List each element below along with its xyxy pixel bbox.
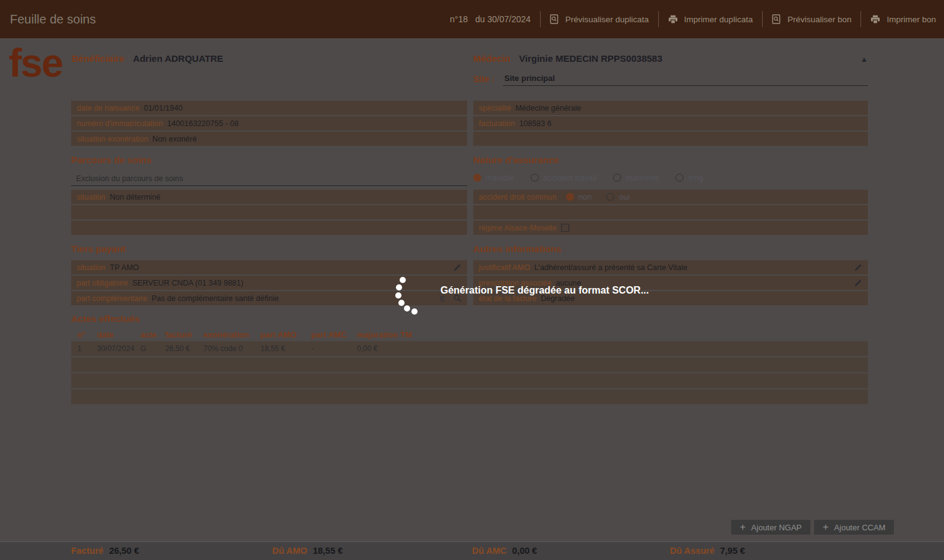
regime-checkbox[interactable] — [561, 224, 569, 232]
spinner-dot — [398, 300, 405, 306]
topbar: Feuille de soins n°18 du 30/07/2024 Prév… — [0, 0, 944, 38]
total-value: 7,95 € — [720, 546, 745, 556]
field-value: Non déterminé — [110, 193, 161, 202]
page-title: Feuille de soins — [10, 12, 96, 27]
field-label: date de naissance — [77, 104, 139, 112]
preview-icon — [550, 14, 559, 24]
part-complementaire-row: part complémentaire Pas de complémentair… — [71, 291, 467, 305]
total-value: 0,00 € — [512, 546, 537, 556]
spinner-dot — [395, 292, 401, 299]
radio-non[interactable]: non — [566, 192, 592, 202]
radio-oui[interactable]: oui — [606, 192, 629, 202]
field-label: facturation — [479, 119, 515, 128]
printer-icon — [668, 15, 678, 24]
edit-icon[interactable] — [854, 263, 862, 271]
add-ccam-button[interactable]: + Ajouter CCAM — [814, 520, 894, 535]
add-buttons: + Ajouter NGAP + Ajouter CCAM — [731, 520, 894, 535]
nature-radios: maladie accident travail maternité smg — [473, 173, 868, 182]
empty-row — [71, 221, 467, 235]
empty-row — [473, 132, 868, 146]
preview-duplicata-button[interactable]: Prévisualiser duplicata — [550, 14, 649, 24]
field-label: justificatif AMO — [479, 263, 530, 272]
divider — [658, 11, 659, 27]
table-row[interactable]: 1 30/07/2024 G 26,50 € 70% code 0 18,55 … — [71, 341, 868, 356]
empty-table-row — [71, 357, 868, 372]
add-ngap-button[interactable]: + Ajouter NGAP — [731, 520, 810, 535]
field-value: Médecine générale — [515, 104, 581, 112]
radio-accident-travail[interactable]: accident travail — [531, 173, 597, 182]
field-row: numéro d'immatriculation 1400163220755 -… — [71, 116, 467, 130]
preview-bon-button[interactable]: Prévisualiser bon — [772, 14, 852, 24]
medecin-header: Médecin Virginie MEDECIN RPPS0038583 ▲ — [473, 53, 868, 64]
preview-bon-label: Prévisualiser bon — [787, 15, 852, 24]
beneficiaire-label: Bénéficiaire — [72, 53, 124, 64]
print-duplicata-button[interactable]: Imprimer duplicata — [668, 15, 753, 24]
nature-title: Nature d'assurance — [473, 155, 559, 165]
field-label: situation — [77, 263, 106, 272]
parcours-title: Parcours de soins — [71, 155, 152, 165]
radio-label: maternité — [625, 173, 659, 182]
radio-smg[interactable]: smg — [676, 173, 703, 182]
field-label: part complémentaire — [77, 294, 147, 303]
field-value: Non exonéré — [152, 135, 197, 143]
edit-icon[interactable] — [453, 263, 461, 271]
total-label: Dû AMO — [272, 546, 307, 556]
site-row: Site : Site principal — [473, 74, 868, 86]
justificatif-amo-row: justificatif AMO L'adhérent/assuré a pré… — [473, 260, 868, 274]
radio-maternite[interactable]: maternité — [613, 173, 659, 182]
field-label: numéro d'immatriculation — [77, 119, 163, 128]
spinner-dot — [400, 277, 406, 283]
radio-label: maladie — [486, 173, 514, 182]
field-label: spécialité — [479, 104, 511, 112]
total-label: Dû AMC — [472, 546, 507, 556]
medecin-name: Virginie MEDECIN RPPS0038583 — [519, 53, 663, 64]
field-row: situation Non déterminé — [71, 190, 467, 204]
radio-label: non — [578, 192, 592, 202]
preview-duplicata-label: Prévisualiser duplicata — [565, 15, 649, 24]
accident-droit-commun-row: accident droit commun non oui — [473, 190, 868, 204]
print-bon-label: Imprimer bon — [886, 15, 936, 24]
collapse-icon[interactable]: ▲ — [860, 55, 868, 64]
fse-logo: fse — [9, 43, 62, 83]
spinner-dot — [404, 305, 410, 312]
empty-table-row — [71, 389, 868, 404]
print-bon-button[interactable]: Imprimer bon — [870, 15, 936, 24]
field-value: SERVEUR CNDA (01 349 9881) — [132, 279, 244, 287]
column-header: majoration TM — [357, 330, 868, 339]
field-label: régime Alsace-Moselle — [479, 224, 557, 232]
topbar-actions: n°18 du 30/07/2024 Prévisualiser duplica… — [450, 11, 936, 27]
fse-date: du 30/07/2024 — [475, 14, 531, 24]
plus-icon: + — [740, 522, 745, 532]
site-select[interactable]: Site principal — [503, 74, 868, 86]
empty-row — [71, 205, 467, 219]
field-row: facturation 108583 6 — [473, 116, 868, 130]
cell: 1 — [77, 344, 97, 353]
add-ccam-label: Ajouter CCAM — [834, 523, 885, 532]
radio-label: oui — [619, 192, 629, 202]
radio-icon — [531, 174, 539, 182]
actes-table: n° date acte facturé exonération part AM… — [71, 328, 868, 405]
fse-reference: n°18 du 30/07/2024 — [450, 14, 531, 24]
field-label: situation exonération — [77, 135, 148, 143]
radio-maladie[interactable]: maladie — [473, 173, 514, 182]
field-value: L'adhérent/assuré a présenté sa Carte Vi… — [534, 263, 687, 272]
autres-informations-title: Autres informations — [473, 244, 562, 254]
column-header: date — [97, 330, 140, 339]
field-label: part obligatoire — [77, 279, 128, 287]
edit-icon[interactable] — [854, 279, 862, 287]
field-value: 1400163220755 - 08 — [167, 119, 238, 128]
cell: 0,00 € — [357, 344, 868, 353]
field-value: TP AMO — [110, 263, 139, 272]
radio-selected-icon — [473, 174, 481, 182]
field-row: date de naissance 01/01/1940 — [71, 101, 467, 115]
medecin-fields: spécialité Médecine générale facturation… — [473, 101, 868, 147]
empty-row — [473, 205, 868, 219]
total-label: Dû Assuré — [670, 546, 714, 556]
situation-row: situation TP AMO — [71, 260, 467, 274]
divider — [540, 11, 541, 27]
fse-number: n°18 — [450, 14, 468, 24]
parcours-select[interactable]: Exclusion du parcours de soins — [71, 172, 467, 186]
radio-label: accident travail — [543, 173, 597, 182]
column-header: facturé — [165, 330, 204, 339]
field-row: spécialité Médecine générale — [473, 101, 868, 115]
